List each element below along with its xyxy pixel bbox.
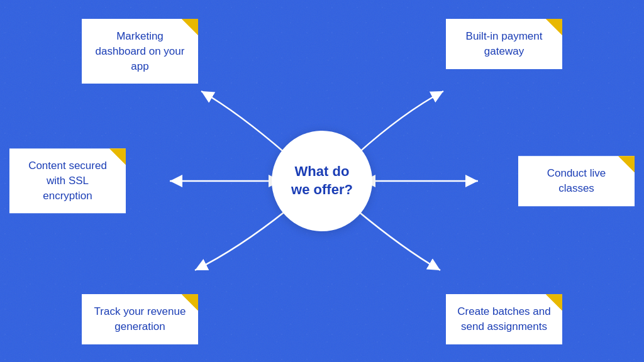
card-top-right-text: Built-in payment gateway xyxy=(457,29,551,59)
card-bot-left-text: Track your revenue generation xyxy=(93,304,187,334)
main-container: What do we offer? Marketing dashboard on… xyxy=(0,0,644,362)
card-bot-left: Track your revenue generation xyxy=(82,294,198,344)
card-top-left: Marketing dashboard on your app xyxy=(82,19,198,84)
card-top-left-text: Marketing dashboard on your app xyxy=(93,29,187,74)
card-mid-right-text: Conduct live classes xyxy=(530,166,623,196)
card-mid-left-text: Content secured with SSL encryption xyxy=(21,158,114,203)
card-bot-right-text: Create batches and send assignments xyxy=(457,304,551,334)
center-text: What do we offer? xyxy=(291,163,353,199)
card-mid-right: Conduct live classes xyxy=(518,156,635,206)
card-mid-left: Content secured with SSL encryption xyxy=(9,148,126,213)
center-circle: What do we offer? xyxy=(272,131,372,231)
card-top-right: Built-in payment gateway xyxy=(446,19,562,69)
card-bot-right: Create batches and send assignments xyxy=(446,294,562,344)
